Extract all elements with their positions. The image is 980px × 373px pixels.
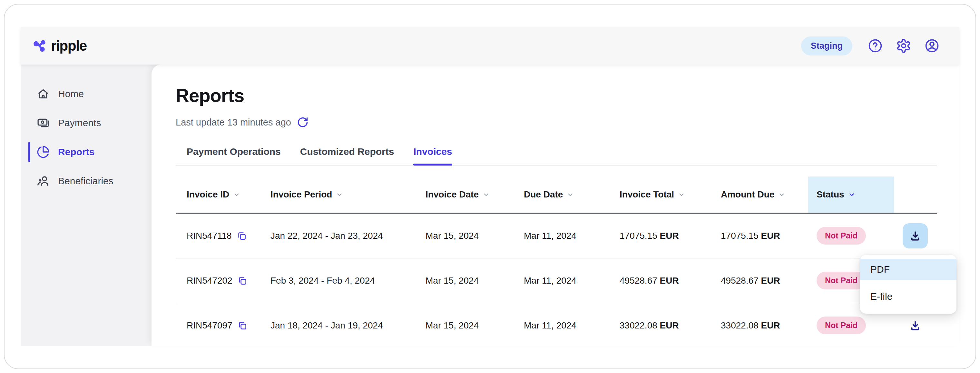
column-header-amount-due[interactable]: Amount Due	[721, 190, 816, 200]
invoices-table-header: Invoice ID Invoice Period Invoice Date	[176, 177, 937, 214]
account-button[interactable]	[923, 37, 941, 54]
help-icon	[867, 38, 883, 54]
copy-button[interactable]	[238, 276, 247, 285]
sidebar: Home Payments	[21, 65, 151, 346]
sidebar-item-payments[interactable]: Payments	[21, 108, 151, 137]
help-button[interactable]	[867, 37, 884, 54]
status-cell: Not Paid	[816, 317, 903, 334]
copy-button[interactable]	[237, 231, 247, 241]
app-body: Home Payments	[21, 65, 959, 346]
download-icon	[909, 230, 921, 242]
sidebar-item-label: Reports	[58, 147, 94, 158]
chevron-down-icon	[566, 190, 574, 199]
last-update-row: Last update 13 minutes ago	[176, 116, 937, 128]
settings-button[interactable]	[895, 37, 912, 54]
chevron-down-icon	[778, 190, 786, 199]
table-row: RIN547118 Jan 22, 2024 - Jan 23, 2024 Ma…	[176, 214, 937, 258]
invoice-date-cell: Mar 15, 2024	[426, 231, 524, 241]
page-title: Reports	[176, 84, 937, 106]
sidebar-item-home[interactable]: Home	[21, 80, 151, 108]
home-icon	[37, 88, 49, 100]
invoice-id-cell: RIN547202	[187, 276, 270, 286]
app-window: ripple Staging	[21, 27, 959, 346]
actions-cell	[903, 223, 937, 249]
active-indicator	[29, 142, 30, 162]
user-circle-icon	[924, 38, 940, 54]
menu-item-pdf[interactable]: PDF	[860, 259, 956, 280]
chevron-down-icon	[232, 190, 241, 199]
sidebar-item-beneficiaries[interactable]: Beneficiaries	[21, 166, 151, 196]
column-header-invoice-id[interactable]: Invoice ID	[187, 190, 270, 200]
sidebar-item-label: Payments	[58, 118, 101, 128]
chevron-down-icon	[848, 190, 856, 199]
invoice-period-cell: Jan 22, 2024 - Jan 23, 2024	[270, 231, 426, 241]
gear-icon	[896, 38, 912, 54]
tab-invoices[interactable]: Invoices	[413, 146, 452, 165]
chevron-down-icon	[335, 190, 344, 199]
sidebar-item-label: Home	[58, 88, 84, 99]
invoice-id-cell: RIN547097	[187, 320, 270, 331]
actions-cell	[903, 313, 937, 338]
due-date-cell: Mar 11, 2024	[524, 320, 620, 331]
amount-due-cell: 17075.15 EUR	[721, 231, 816, 241]
invoice-total-cell: 49528.67 EUR	[620, 276, 721, 286]
chevron-down-icon	[482, 190, 490, 199]
column-header-due-date[interactable]: Due Date	[524, 190, 620, 200]
column-header-invoice-period[interactable]: Invoice Period	[270, 190, 426, 200]
invoice-date-cell: Mar 15, 2024	[426, 320, 524, 331]
payments-icon	[37, 116, 49, 129]
copy-icon	[238, 321, 247, 330]
column-header-status[interactable]: Status	[808, 177, 894, 213]
main-content: Reports Last update 13 minutes ago	[151, 65, 959, 346]
ripple-logo-icon	[32, 38, 47, 53]
invoice-total-cell: 17075.15 EUR	[620, 231, 721, 241]
table-row: RIN547202 Feb 3, 2024 - Feb 4, 2024 Mar …	[176, 258, 937, 303]
reports-icon	[37, 145, 49, 158]
last-update-text: Last update 13 minutes ago	[176, 117, 291, 128]
chevron-down-icon	[677, 190, 686, 199]
copy-button[interactable]	[238, 321, 247, 330]
column-header-invoice-total[interactable]: Invoice Total	[620, 190, 721, 200]
ripple-logo: ripple	[32, 38, 87, 54]
status-badge: Not Paid	[816, 272, 866, 289]
invoice-period-cell: Jan 18, 2024 - Jan 19, 2024	[270, 320, 426, 331]
due-date-cell: Mar 11, 2024	[524, 231, 620, 241]
invoice-date-cell: Mar 15, 2024	[426, 276, 524, 286]
top-bar: ripple Staging	[21, 27, 959, 65]
status-cell: Not Paid	[816, 227, 903, 245]
refresh-button[interactable]	[297, 116, 309, 128]
download-icon	[909, 319, 921, 332]
sidebar-item-label: Beneficiaries	[58, 175, 113, 186]
report-tabs: Payment Operations Customized Reports In…	[176, 146, 937, 166]
download-button[interactable]	[903, 313, 928, 338]
table-row: RIN547097 Jan 18, 2024 - Jan 19, 2024 Ma…	[176, 303, 937, 346]
amount-due-cell: 49528.67 EUR	[721, 276, 816, 286]
column-header-invoice-date[interactable]: Invoice Date	[426, 190, 524, 200]
refresh-icon	[297, 116, 309, 128]
copy-icon	[238, 276, 247, 285]
due-date-cell: Mar 11, 2024	[524, 276, 620, 286]
top-bar-actions: Staging	[801, 37, 941, 56]
invoice-id-cell: RIN547118	[187, 231, 270, 241]
invoice-total-cell: 33022.08 EUR	[620, 320, 721, 331]
tab-payment-operations[interactable]: Payment Operations	[187, 146, 281, 165]
menu-item-efile[interactable]: E-file	[860, 286, 956, 307]
sidebar-item-reports[interactable]: Reports	[21, 137, 151, 166]
status-badge: Not Paid	[816, 317, 866, 334]
beneficiaries-icon	[37, 175, 49, 188]
invoice-period-cell: Feb 3, 2024 - Feb 4, 2024	[270, 276, 426, 286]
tab-customized-reports[interactable]: Customized Reports	[300, 146, 394, 165]
copy-icon	[237, 231, 247, 241]
download-format-menu: PDF E-file	[860, 255, 956, 314]
status-badge: Not Paid	[816, 227, 866, 245]
screen: ripple Staging	[0, 0, 980, 373]
download-button[interactable]	[903, 223, 928, 249]
environment-badge: Staging	[801, 37, 852, 56]
ripple-logo-text: ripple	[51, 38, 87, 54]
amount-due-cell: 33022.08 EUR	[721, 320, 816, 331]
